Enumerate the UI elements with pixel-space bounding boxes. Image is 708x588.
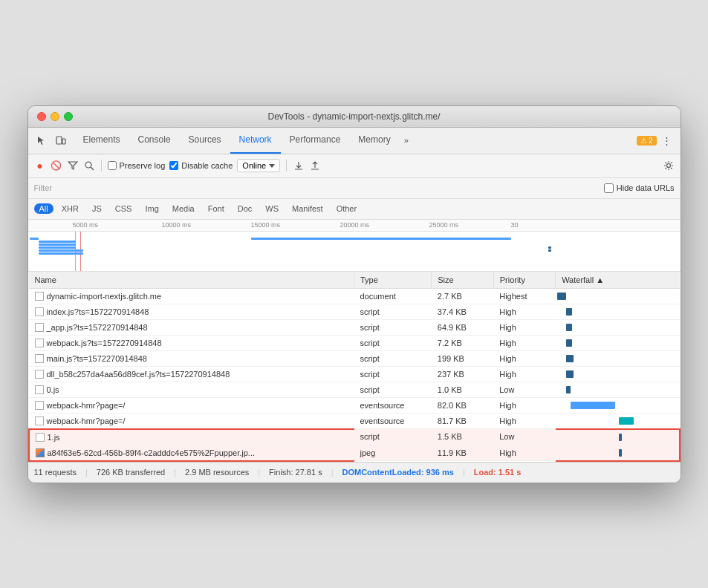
type-filter-js[interactable]: JS: [87, 203, 107, 214]
tab-memory[interactable]: Memory: [349, 127, 399, 154]
preserve-log-checkbox[interactable]: Preserve log: [108, 161, 166, 170]
warning-badge[interactable]: ⚠ 2: [637, 136, 657, 146]
record-icon[interactable]: ●: [34, 160, 46, 172]
row-priority: High: [493, 445, 555, 461]
table-row[interactable]: 1.jsscript1.5 KBLow: [29, 429, 680, 445]
doc-icon: [35, 354, 44, 363]
row-waterfall: [556, 319, 680, 335]
svg-rect-0: [56, 137, 62, 144]
dom-loaded-value: 936 ms: [426, 468, 454, 477]
tab-performance[interactable]: Performance: [281, 127, 350, 154]
row-name: index.js?ts=1572270914848: [29, 304, 354, 319]
col-header-priority: Priority: [493, 272, 555, 289]
search-icon[interactable]: [83, 160, 95, 172]
row-name: dynamic-import-nextjs.glitch.me: [29, 288, 354, 304]
hide-data-urls-checkbox[interactable]: [604, 183, 614, 193]
devtools-tab-bar: Elements Console Sources Network Perform…: [28, 128, 681, 154]
row-size: 199 KB: [432, 350, 493, 366]
tl-bar-2: [39, 241, 76, 243]
row-size: 81.7 KB: [432, 413, 493, 429]
table-row[interactable]: webpack-hmr?page=/eventsource82.0 KBHigh: [29, 397, 680, 413]
row-priority: Highest: [493, 288, 555, 304]
type-filter-media[interactable]: Media: [167, 203, 200, 214]
row-size: 2.7 KB: [432, 288, 493, 304]
row-name: webpack-hmr?page=/: [29, 397, 354, 413]
export-har-icon[interactable]: [309, 160, 321, 172]
timeline-marker-blue: [75, 232, 76, 272]
table-row[interactable]: index.js?ts=1572270914848script37.4 KBHi…: [29, 304, 680, 319]
type-filter-img[interactable]: Img: [140, 203, 163, 214]
row-waterfall: [556, 429, 680, 445]
row-waterfall: [556, 382, 680, 397]
cursor-icon[interactable]: [34, 133, 49, 148]
type-filter-doc[interactable]: Doc: [233, 203, 258, 214]
filter-icon[interactable]: [67, 160, 79, 172]
import-har-icon[interactable]: [293, 160, 305, 172]
table-row[interactable]: webpack-hmr?page=/eventsource81.7 KBHigh: [29, 413, 680, 429]
tl-bar-1js: [548, 246, 551, 249]
row-priority: Low: [493, 382, 555, 397]
row-name: main.js?ts=1572270914848: [29, 350, 354, 366]
close-button[interactable]: [37, 112, 46, 121]
row-type: script: [354, 382, 432, 397]
settings-icon[interactable]: [663, 160, 675, 172]
row-waterfall: [556, 335, 680, 350]
type-filter-other[interactable]: Other: [331, 203, 363, 214]
tab-elements[interactable]: Elements: [74, 127, 129, 154]
row-waterfall: [556, 397, 680, 413]
row-name: webpack.js?ts=1572270914848: [29, 335, 354, 350]
row-name: 1.js: [29, 429, 354, 445]
row-type: document: [354, 288, 432, 304]
ruler-5000: 5000 ms: [73, 221, 99, 229]
table-row[interactable]: dynamic-import-nextjs.glitch.medocument2…: [29, 288, 680, 304]
disable-cache-checkbox[interactable]: Disable cache: [169, 161, 233, 170]
table-row[interactable]: 0.jsscript1.0 KBLow: [29, 382, 680, 397]
row-type: script: [354, 304, 432, 319]
row-type: eventsource: [354, 397, 432, 413]
table-row[interactable]: _app.js?ts=1572270914848script64.9 KBHig…: [29, 319, 680, 335]
table-row[interactable]: main.js?ts=1572270914848script199 KBHigh: [29, 350, 680, 366]
col-header-size: Size: [432, 272, 493, 289]
load-time: Load: 1.51 s: [474, 468, 522, 477]
type-filter-ws[interactable]: WS: [260, 203, 284, 214]
tab-overflow[interactable]: »: [400, 133, 413, 148]
svg-point-6: [666, 164, 670, 168]
maximize-button[interactable]: [64, 112, 73, 121]
row-size: 11.9 KB: [432, 445, 493, 461]
row-waterfall: [556, 413, 680, 429]
row-waterfall: [556, 288, 680, 304]
table-row[interactable]: a84f63e5-62cd-456b-89f4-c2adddc4e575%2Fp…: [29, 445, 680, 461]
tl-bar-img: [548, 249, 551, 252]
device-toolbar-icon[interactable]: [53, 133, 68, 148]
table-row[interactable]: webpack.js?ts=1572270914848script7.2 KBH…: [29, 335, 680, 350]
ruler-20000: 20000 ms: [340, 221, 370, 229]
tl-bar-eventsource1: [251, 238, 511, 240]
row-waterfall: [556, 366, 680, 382]
tl-bar-3: [39, 244, 76, 246]
type-filter-xhr[interactable]: XHR: [56, 203, 84, 214]
tab-list: Elements Console Sources Network Perform…: [74, 127, 637, 154]
svg-point-2: [85, 162, 91, 168]
row-waterfall: [556, 445, 680, 461]
tab-sources[interactable]: Sources: [180, 127, 230, 154]
dom-content-loaded: DOMContentLoaded: 936 ms: [342, 468, 454, 477]
tab-network[interactable]: Network: [230, 127, 281, 154]
row-name: a84f63e5-62cd-456b-89f4-c2adddc4e575%2Fp…: [29, 445, 354, 461]
row-size: 1.0 KB: [432, 382, 493, 397]
type-filter-all[interactable]: All: [34, 203, 53, 214]
minimize-button[interactable]: [51, 112, 59, 121]
type-filter-manifest[interactable]: Manifest: [287, 203, 328, 214]
row-size: 64.9 KB: [432, 319, 493, 335]
more-options-icon[interactable]: ⋮: [660, 133, 675, 148]
status-bar: 11 requests | 726 KB transferred | 2.9 M…: [28, 462, 681, 483]
col-header-name: Name: [29, 272, 354, 289]
table-row[interactable]: dll_b58c257da4aa56d89cef.js?ts=157227091…: [29, 366, 680, 382]
type-filter-font[interactable]: Font: [203, 203, 230, 214]
throttle-selector[interactable]: Online: [237, 159, 280, 172]
doc-icon: [35, 385, 44, 394]
tab-console[interactable]: Console: [129, 127, 180, 154]
ruler-10000: 10000 ms: [162, 221, 192, 229]
clear-icon[interactable]: 🚫: [51, 160, 62, 172]
requests-count: 11 requests: [34, 468, 77, 477]
type-filter-css[interactable]: CSS: [110, 203, 137, 214]
